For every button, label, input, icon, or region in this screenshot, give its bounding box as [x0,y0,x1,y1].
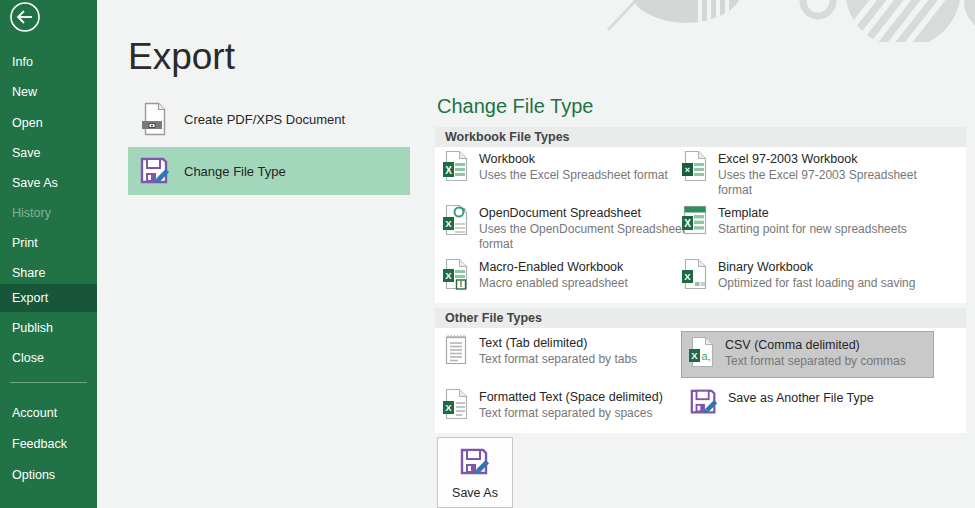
sidebar-divider [10,382,87,383]
file-type-text-tab-delimited[interactable]: Text (Tab delimited) Text format separat… [443,334,637,367]
excel-backstage-export: Info New Open Save Save As History Print… [0,0,975,508]
file-type-text: OpenDocument Spreadsheet Uses the OpenDo… [479,204,687,252]
group-header-other-file-types: Other File Types [435,308,966,328]
file-type-desc: Starting point for new spreadsheets [718,222,907,237]
file-type-desc: Macro enabled spreadsheet [479,276,628,291]
svg-text:X: X [445,218,452,229]
file-type-title: Excel 97-2003 Workbook [718,151,954,167]
file-type-csv[interactable]: X a, CSV (Comma delimited) Text format s… [689,336,906,369]
svg-text:X: X [691,350,698,361]
file-type-save-as-another[interactable]: Save as Another File Type [689,387,874,417]
page-title: Export [128,36,235,78]
file-type-title: OpenDocument Spreadsheet [479,205,687,221]
binary-workbook-icon: X [682,258,709,291]
file-type-text: CSV (Comma delimited) Text format separa… [725,336,906,369]
sidebar-item-open[interactable]: Open [0,109,97,137]
svg-text:a,: a, [701,350,710,362]
file-type-excel-97-2003[interactable]: × Excel 97-2003 Workbook Uses the Excel … [682,150,954,198]
save-as-button[interactable]: Save As [437,437,513,508]
file-type-formatted-text[interactable]: X Formatted Text (Space delimited) Text … [443,388,663,421]
svg-text:×: × [685,165,690,175]
back-button[interactable] [8,2,42,36]
file-type-title: Macro-Enabled Workbook [479,259,628,275]
file-type-text: Save as Another File Type [728,387,874,417]
opendocument-spreadsheet-icon: X [443,204,470,252]
sidebar-item-label: Print [12,236,38,250]
macro-enabled-workbook-icon: X ! [443,258,470,291]
file-type-title: Template [718,205,907,221]
file-type-desc: Text format separated by tabs [479,352,637,367]
export-option-change-file-type[interactable]: Change File Type [128,147,410,195]
file-type-desc: Uses the Excel Spreadsheet format [479,168,668,183]
file-type-template[interactable]: X Template Starting point for new spread… [682,204,907,237]
text-tab-delimited-icon [443,334,470,367]
file-type-title: Save as Another File Type [728,388,874,406]
export-option-label: Change File Type [184,164,286,179]
sidebar-item-label: Publish [12,321,53,335]
file-type-desc: Uses the Excel 97-2003 Spreadsheet forma… [718,168,954,198]
export-option-label: Create PDF/XPS Document [184,112,345,127]
sidebar-item-label: Feedback [12,437,67,451]
file-type-opendocument[interactable]: X OpenDocument Spreadsheet Uses the Open… [443,204,687,252]
floppy-pencil-icon [689,387,719,417]
file-type-text: Formatted Text (Space delimited) Text fo… [479,388,663,421]
sidebar-item-label: New [12,85,37,99]
sidebar-item-label: History [12,206,51,220]
group-title: Workbook File Types [445,130,570,144]
svg-text:X: X [684,218,691,229]
formatted-text-icon: X [443,388,470,421]
file-type-title: Text (Tab delimited) [479,335,637,351]
file-type-desc: Text format separated by spaces [479,406,663,421]
sidebar-item-label: Open [12,116,43,130]
file-type-workbook[interactable]: X Workbook Uses the Excel Spreadsheet fo… [443,150,668,183]
sidebar-item-label: Share [12,266,45,280]
backstage-sidebar: Info New Open Save Save As History Print… [0,0,97,508]
sidebar-item-feedback[interactable]: Feedback [0,430,97,458]
sidebar-item-label: Account [12,406,57,420]
group-title: Other File Types [445,311,542,325]
file-type-text: Binary Workbook Optimized for fast loadi… [718,258,915,291]
file-type-desc: Text format separated by commas [725,354,906,369]
file-type-title: Workbook [479,151,668,167]
file-type-desc: Optimized for fast loading and saving [718,276,915,291]
sidebar-item-options[interactable]: Options [0,461,97,489]
excel-97-2003-workbook-icon: × [682,150,709,198]
file-type-binary[interactable]: X Binary Workbook Optimized for fast loa… [682,258,915,291]
sidebar-item-info[interactable]: Info [0,48,97,76]
sidebar-item-new[interactable]: New [0,78,97,106]
svg-text:!: ! [460,279,463,289]
sidebar-item-print[interactable]: Print [0,229,97,257]
sidebar-item-label: Save As [12,176,58,190]
export-option-create-pdf-xps[interactable]: Create PDF/XPS Document [128,95,410,143]
sidebar-item-save-as[interactable]: Save As [0,169,97,197]
sidebar-item-label: Save [12,146,41,160]
sidebar-item-history: History [0,199,97,227]
svg-text:X: X [445,165,452,176]
back-arrow-icon [8,2,42,36]
file-type-desc: Uses the OpenDocument Spreadsheet format [479,222,687,252]
sidebar-item-export[interactable]: Export [0,284,97,312]
save-as-floppy-icon [459,446,491,478]
sidebar-item-share[interactable]: Share [0,259,97,287]
template-icon: X [682,204,709,237]
file-type-text: Text (Tab delimited) Text format separat… [479,334,637,367]
panel-heading: Change File Type [437,95,593,118]
sidebar-item-save[interactable]: Save [0,139,97,167]
floppy-pencil-icon [138,152,172,190]
sidebar-item-account[interactable]: Account [0,399,97,427]
file-type-text: Workbook Uses the Excel Spreadsheet form… [479,150,668,183]
file-type-macro-enabled[interactable]: X ! Macro-Enabled Workbook Macro enabled… [443,258,628,291]
file-type-title: Binary Workbook [718,259,915,275]
file-type-title: CSV (Comma delimited) [725,337,906,353]
sidebar-item-label: Close [12,351,44,365]
svg-text:X: X [445,402,452,413]
file-type-text: Template Starting point for new spreadsh… [718,204,907,237]
sidebar-item-publish[interactable]: Publish [0,314,97,342]
sidebar-item-close[interactable]: Close [0,344,97,372]
sidebar-item-label: Info [12,55,33,69]
group-header-workbook-file-types: Workbook File Types [435,127,966,147]
sidebar-item-label: Options [12,468,55,482]
svg-text:X: X [684,271,691,282]
pdf-xps-document-icon [138,100,172,138]
file-type-text: Excel 97-2003 Workbook Uses the Excel 97… [718,150,954,198]
